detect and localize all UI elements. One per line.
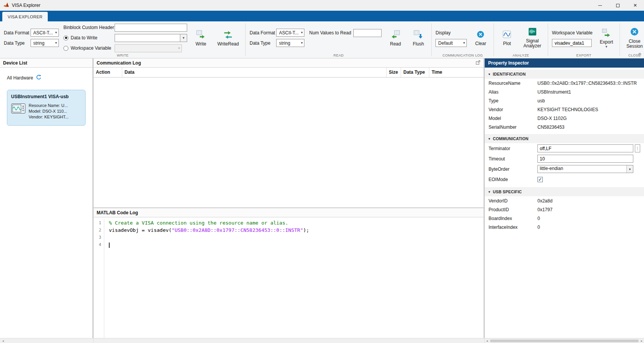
column-time[interactable]: Time [429,68,484,77]
more-icon: ⋮ [636,146,639,150]
property-inspector-header: Property Inspector [485,58,644,68]
signal-analyzer-button[interactable]: Signal Analyzer [521,26,544,50]
minimize-icon [598,5,602,6]
close-button[interactable]: ✕ [626,0,644,11]
maximize-button[interactable] [609,0,626,11]
communication-log-header: Communication Log [94,58,484,68]
section-identification[interactable]: ▾ IDENTIFICATION [485,70,644,79]
property-inspector-scrollbar[interactable]: ◄ ► [485,338,644,343]
collapse-toolstrip-icon[interactable] [638,52,642,57]
line-number: 4 [94,241,101,248]
display-dropdown[interactable]: Default ▾ [435,39,467,47]
scroll-left-icon[interactable]: ◄ [485,340,489,342]
property-row-byteorder: ByteOrder little-endian ▾ [485,164,644,174]
matlab-code-log-panel: MATLAB Code Log 1 2 3 4 % Create a VISA … [94,208,484,338]
device-resource-name: Resource Name: U... [29,103,69,108]
matlab-code-log-header: MATLAB Code Log [94,208,484,217]
toolstrip-section-export: Workspace Variable Export [548,21,620,58]
line-number: 2 [94,227,101,234]
display-label: Display [435,30,450,36]
byteorder-dropdown[interactable]: little-endian ▾ [537,165,633,173]
chevron-down-icon[interactable]: ▾ [180,34,187,42]
writeread-icon [223,29,233,40]
tab-visa-explorer[interactable]: VISA EXPLORER [2,12,48,21]
toolstrip-section-write: Data Format ASCII-T... ▾ Data Type strin… [0,21,245,58]
column-action[interactable]: Action [94,68,122,77]
chevron-down-icon: ▾ [178,47,180,50]
section-communication[interactable]: ▾ COMMUNICATION [485,134,644,143]
export-workspace-variable-input[interactable] [552,39,592,47]
code-editor[interactable]: 1 2 3 4 % Create a VISA connection using… [94,217,484,338]
workspace-variable-dropdown-disabled: ▾ [115,44,182,52]
scroll-left-icon[interactable]: ◄ [1,340,5,342]
refresh-icon[interactable] [36,74,42,81]
property-row-type: Type usb [485,96,644,105]
bottom-scrollbar-area: ◄ ◄ ► [0,338,644,343]
write-data-format-dropdown[interactable]: ASCII-T... ▾ [31,29,59,37]
chevron-down-icon: ▾ [301,41,303,45]
property-row-productid: ProductID 0x1797 [485,205,644,214]
flush-button[interactable]: Flush [409,28,427,48]
binblock-custom-header-label: Binblock Custom Header [63,25,112,30]
property-row-alias: Alias USBInstrument1 [485,87,644,96]
close-session-button[interactable]: Close Session [624,25,644,50]
data-to-write-radio-label: Data to Write [71,35,97,40]
code-line: visadevObj = visadev("USB0::0x2A8D::0x17… [109,227,484,234]
export-button[interactable]: Export ▾ [597,27,616,49]
code-line: % Create a VISA connection using the res… [109,219,484,227]
data-to-write-combo[interactable]: ▾ [115,34,187,42]
section-usb-specific[interactable]: ▾ USB SPECIFIC [485,187,644,196]
device-vendor: Vendor: KEYSIGHT... [29,114,69,120]
undock-icon[interactable] [476,60,481,66]
read-data-format-dropdown[interactable]: ASCII-T... ▾ [276,29,304,37]
radio-unselected-icon [63,46,68,51]
toolstrip-section-read: Data Format ASCII-T... ▾ Data Type strin… [246,21,431,58]
device-model: Model: DSO-X 110... [29,108,69,114]
all-hardware-label: All Hardware [7,75,33,81]
clear-button[interactable]: Clear [471,28,490,48]
property-inspector-panel: Property Inspector ▾ IDENTIFICATION Reso… [485,58,644,338]
toolstrip-section-communication-log: Display Default ▾ Clear COMM [432,21,494,58]
terminator-more-button[interactable]: ⋮ [635,144,640,152]
chevron-down-icon[interactable]: ▾ [626,165,633,173]
terminator-input[interactable] [537,144,633,152]
binblock-custom-header-input[interactable] [115,24,187,32]
data-to-write-radio[interactable]: Data to Write [63,35,112,40]
line-number: 3 [94,234,101,241]
code-line [109,241,484,248]
property-row-interfaceindex: InterfaceIndex 0 [485,223,644,231]
property-row-timeout: Timeout [485,154,644,164]
scroll-right-icon[interactable]: ► [639,340,644,342]
read-data-type-dropdown[interactable]: string ▾ [276,39,304,47]
writeread-button[interactable]: WriteRead [215,28,241,48]
eoimode-checkbox[interactable]: ✓ [537,177,543,182]
checkmark-icon: ✓ [538,177,542,182]
all-hardware-item[interactable]: All Hardware [7,74,92,81]
write-button[interactable]: Write [192,28,210,48]
center-panel-scrollbar[interactable] [94,338,485,343]
write-data-type-dropdown[interactable]: string ▾ [31,39,59,47]
num-values-input[interactable] [353,29,382,37]
workspace-variable-radio[interactable]: Workspace Variable [63,45,112,51]
toolstrip-tab-bar: VISA EXPLORER [0,11,644,21]
column-data-type[interactable]: Data Type [401,68,429,77]
minimize-button[interactable] [591,0,609,11]
window-title: VISA Explorer [12,3,40,8]
chevron-down-icon: ▾ [55,31,57,34]
data-to-write-input[interactable] [115,34,180,42]
column-size[interactable]: Size [387,68,401,77]
read-button[interactable]: Read [386,28,405,48]
main-area: Device List All Hardware USBInstrument1 … [0,58,644,338]
matlab-app-icon [3,2,9,9]
communication-log-panel: Communication Log Action Data Size Data … [94,58,484,208]
scrollbar-thumb[interactable] [490,340,639,342]
plot-button[interactable]: Plot [498,28,516,48]
text-cursor [109,243,110,248]
device-card-usbinstrument1[interactable]: USBInstrument1 VISA-usb [7,90,86,126]
column-data[interactable]: Data [122,68,387,77]
timeout-input[interactable] [537,155,633,163]
line-number: 1 [94,219,101,227]
device-panel-scrollbar[interactable]: ◄ [0,338,94,343]
center-panel: Communication Log Action Data Size Data … [94,58,485,338]
property-inspector-body: ▾ IDENTIFICATION ResourceName USB0::0x2A… [485,68,644,338]
